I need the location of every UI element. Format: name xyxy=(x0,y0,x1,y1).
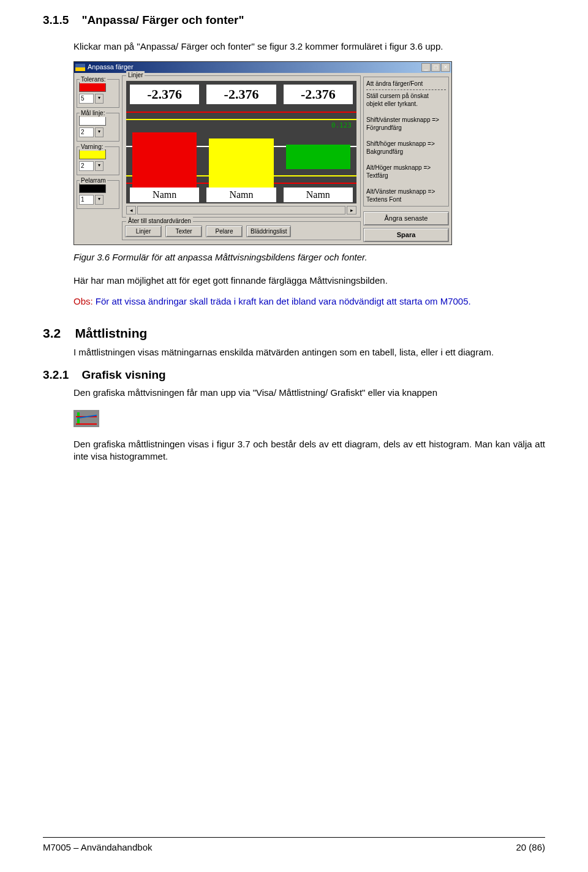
instr-line4a: Alt/Höger musknapp => xyxy=(366,164,446,172)
maximize-button[interactable]: □ xyxy=(431,63,440,72)
name-2: Namn xyxy=(206,188,276,202)
color-dialog-window: Anpassa färger _ □ × Tolerans: ▾ Mål lin… xyxy=(74,61,452,245)
scroll-left-icon[interactable]: ◂ xyxy=(126,206,136,214)
pelarram-value[interactable] xyxy=(79,195,94,205)
bar-2 xyxy=(209,138,273,188)
reset-group: Åter till standardvärden Linjer Texter P… xyxy=(122,221,361,241)
instr-line2b: Förgrundfärg xyxy=(366,124,446,132)
chevron-down-icon[interactable]: ▾ xyxy=(95,94,104,104)
chevron-down-icon[interactable]: ▾ xyxy=(95,195,104,205)
group-varning: Varning: ▾ xyxy=(77,146,119,175)
scroll-track[interactable] xyxy=(137,206,345,214)
name-3: Namn xyxy=(284,188,353,202)
label-linjer: Linjer xyxy=(126,71,145,80)
group-pelarram: Pelarram ▾ xyxy=(77,180,119,209)
para-321-a: Den grafiska måttvisningen får man upp v… xyxy=(74,387,545,399)
label-mal: Mål linje: xyxy=(80,109,106,118)
obs-label: Obs: xyxy=(74,296,93,306)
reset-pelare-button[interactable]: Pelare xyxy=(206,226,243,238)
instr-line3a: Shift/höger musknapp => xyxy=(366,140,446,148)
minimize-button[interactable]: _ xyxy=(421,63,431,72)
sectitle-321: Grafisk visning xyxy=(81,368,165,381)
instr-line2a: Shift/vänster musknapp => xyxy=(366,116,446,124)
reset-title: Åter till standardvärden xyxy=(126,217,193,226)
group-tolerans: Tolerans: ▾ xyxy=(77,79,119,108)
instr-line5b: Textens Font xyxy=(366,195,446,203)
secnum: 3.1.5 xyxy=(43,13,69,26)
chevron-down-icon[interactable]: ▾ xyxy=(95,127,104,137)
name-1: Namn xyxy=(130,188,199,202)
scroll-right-icon[interactable]: ▸ xyxy=(347,206,356,214)
sectitle: "Anpassa/ Färger och fonter" xyxy=(81,13,244,26)
instr-line4b: Textfärg xyxy=(366,172,446,180)
close-button[interactable]: × xyxy=(441,63,450,72)
heading-3-2: 3.2 Måttlistning xyxy=(43,325,545,342)
instructions-box: Att ändra färger/Font Ställ cursern på ö… xyxy=(363,77,449,207)
instr-line3b: Bakgrundfärg xyxy=(366,148,446,156)
para-321-b: Den grafiska måttlistningen visas i figu… xyxy=(74,438,545,463)
para-32: I måttlistningen visas mätningarnas ensk… xyxy=(74,346,545,358)
save-button[interactable]: Spara xyxy=(363,228,449,242)
page-footer: M7005 – Användahandbok 20 (86) xyxy=(43,813,545,854)
flag-icon xyxy=(75,64,85,71)
bar-1 xyxy=(132,132,197,188)
bar-3 xyxy=(286,145,350,169)
big-value-1: -2.376 xyxy=(130,85,199,104)
sectitle-32: Måttlistning xyxy=(75,326,148,340)
secnum-32: 3.2 xyxy=(43,326,61,340)
footer-right: 20 (86) xyxy=(516,841,545,854)
left-controls: Tolerans: ▾ Mål linje: ▾ Varning: xyxy=(77,75,119,242)
varning-value[interactable] xyxy=(79,161,94,171)
undo-button[interactable]: Ångra senaste xyxy=(363,211,449,226)
chart-preview[interactable]: 0.123 -2.376 Namn -2.376 Namn xyxy=(126,81,356,203)
heading-3-1-5: 3.1.5 "Anpassa/ Färger och fonter" xyxy=(43,12,545,28)
instr-line5a: Alt/Vänster musknapp => xyxy=(366,188,446,195)
para-moglighet: Här har man möjlighet att för eget gott … xyxy=(74,275,545,287)
footer-left: M7005 – Användahandbok xyxy=(43,841,152,854)
obs-text: För att vissa ändringar skall träda i kr… xyxy=(93,296,471,306)
instr-heading: Att ändra färger/Font xyxy=(366,80,446,88)
instructions-panel: Att ändra färger/Font Ställ cursern på ö… xyxy=(363,75,449,242)
group-mal: Mål linje: ▾ xyxy=(77,113,119,142)
label-varning: Varning: xyxy=(80,143,105,151)
scrollbar[interactable]: ◂ ▸ xyxy=(126,206,356,214)
label-pelarram: Pelarram xyxy=(80,176,107,185)
reset-linjer-button[interactable]: Linjer xyxy=(125,226,162,238)
big-value-3: -2.376 xyxy=(284,85,353,104)
chart-toolbar-icon[interactable] xyxy=(74,410,99,427)
obs-para: Obs: För att vissa ändringar skall träda… xyxy=(74,295,545,308)
figure-caption: Figur 3.6 Formulär för att anpassa Måttv… xyxy=(74,251,545,263)
heading-3-2-1: 3.2.1 Grafisk visning xyxy=(43,367,545,383)
label-tolerans: Tolerans: xyxy=(80,75,107,84)
mal-value[interactable] xyxy=(79,127,94,137)
preview-area: Linjer 0.123 -2.376 Namn xyxy=(122,75,361,242)
chevron-down-icon[interactable]: ▾ xyxy=(95,161,104,171)
reset-texter-button[interactable]: Texter xyxy=(165,226,202,238)
tolerans-value[interactable] xyxy=(79,94,94,104)
reset-bladdring-button[interactable]: Bläddringslist xyxy=(246,226,291,238)
intro-para: Klickar man på "Anpassa/ Färger och font… xyxy=(74,40,545,53)
big-value-2: -2.376 xyxy=(206,85,276,104)
secnum-321: 3.2.1 xyxy=(43,368,69,381)
instr-line1: Ställ cursern på önskat objekt eller tyr… xyxy=(366,92,446,108)
